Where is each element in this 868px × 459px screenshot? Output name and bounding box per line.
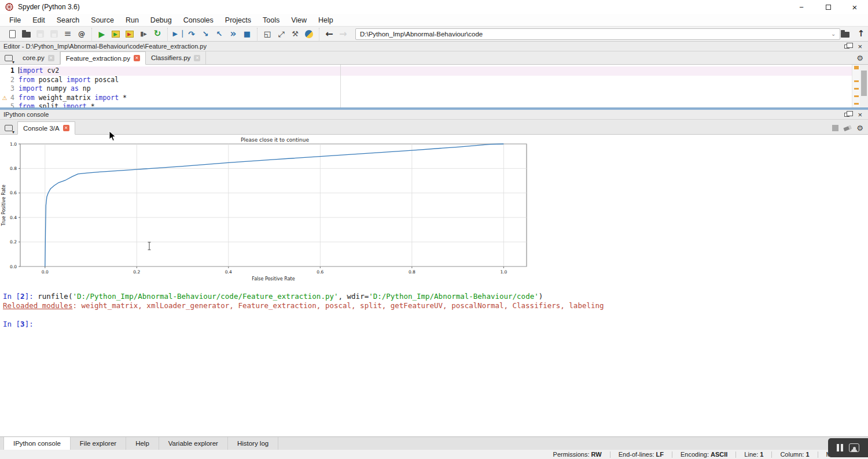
rerun-cell-button[interactable]: ↻: [150, 28, 164, 40]
save-all-icon: [50, 30, 58, 38]
plugin-tab-history-log[interactable]: History log: [228, 437, 278, 450]
plugin-tab-bar: IPython consoleFile explorerHelpVariable…: [0, 436, 868, 450]
save-icon: [36, 30, 44, 38]
menu-search[interactable]: Search: [51, 15, 86, 25]
menu-run[interactable]: Run: [120, 15, 145, 25]
run-cell-advance-button[interactable]: [123, 28, 137, 40]
working-directory-input[interactable]: [355, 28, 840, 40]
maximize-button[interactable]: [815, 0, 841, 14]
step-return-icon: ↖: [216, 30, 223, 38]
status-separator: [672, 451, 672, 458]
svg-text:0.0: 0.0: [10, 264, 17, 269]
save-all-button[interactable]: [47, 28, 61, 40]
maximize-pane-button[interactable]: ◱: [260, 28, 274, 40]
step-over-button[interactable]: ↷: [185, 28, 198, 40]
code-line: ⚠4from weight_matrix import *: [0, 94, 852, 103]
close-pane-icon[interactable]: ×: [858, 111, 862, 119]
browse-tabs-icon[interactable]: [5, 125, 13, 131]
menu-help[interactable]: Help: [312, 15, 339, 25]
status-encoding: Encoding: ASCII: [681, 451, 727, 458]
save-button[interactable]: [33, 28, 47, 40]
menu-file[interactable]: File: [3, 15, 27, 25]
svg-text:1.0: 1.0: [500, 269, 507, 275]
line-number: 4: [9, 94, 19, 103]
step-into-button[interactable]: ↘: [198, 28, 212, 40]
tab-label: Classifiers.py: [151, 54, 190, 61]
code-line: 2from poscal import poscal: [0, 76, 852, 85]
status-line: Line: 1: [744, 451, 763, 458]
continue-execution-button[interactable]: »: [226, 28, 240, 40]
menu-tools[interactable]: Tools: [257, 15, 285, 25]
preferences-icon: ⚒: [292, 30, 299, 38]
pause-recording-icon[interactable]: [837, 444, 843, 451]
warning-flag: [854, 95, 859, 97]
minimize-icon: −: [799, 3, 804, 12]
editor-tab-core.py[interactable]: core.py×: [17, 51, 60, 64]
back-button[interactable]: ←: [322, 28, 336, 40]
menu-consoles[interactable]: Consoles: [178, 15, 219, 25]
step-return-button[interactable]: ↖: [212, 28, 226, 40]
plugin-tab-ipython-console[interactable]: IPython console: [3, 437, 71, 450]
code-editor[interactable]: 1import cv22from poscal import poscal3im…: [0, 65, 868, 108]
menu-debug[interactable]: Debug: [145, 15, 178, 25]
editor-tab-bar: core.py×Feature_extraction.py×Classifier…: [0, 51, 868, 65]
preferences-button[interactable]: ⚒: [288, 28, 302, 40]
menu-projects[interactable]: Projects: [219, 15, 257, 25]
step-over-icon: ↷: [188, 30, 195, 38]
svg-text:0.2: 0.2: [133, 269, 140, 275]
parent-dir-button[interactable]: ↑: [854, 28, 868, 40]
open-dir-button[interactable]: [838, 28, 852, 40]
screen-recorder-overlay: [828, 438, 868, 457]
editor-scrollbar[interactable]: [860, 65, 868, 108]
menu-view[interactable]: View: [285, 15, 312, 25]
plugin-tab-file-explorer[interactable]: File explorer: [71, 437, 126, 450]
new-file-button[interactable]: [5, 28, 19, 40]
status-permissions: Permissions: RW: [553, 451, 602, 458]
close-tab-icon[interactable]: ×: [194, 55, 200, 61]
minimize-button[interactable]: −: [788, 0, 815, 14]
console-output-area[interactable]: ROC of KNN AUC: 0.8656896851393444 Pleas…: [0, 135, 868, 436]
undock-pane-icon[interactable]: [844, 113, 849, 117]
editor-options-gear-icon[interactable]: ⚙: [856, 54, 863, 62]
remove-variables-icon[interactable]: [844, 125, 852, 131]
interrupt-kernel-icon[interactable]: [832, 125, 838, 131]
open-file-button[interactable]: [19, 28, 33, 40]
run-cell-button[interactable]: [109, 28, 123, 40]
roc-plot: ROC of KNN AUC: 0.8656896851393444 Pleas…: [0, 135, 550, 284]
file-switcher-button[interactable]: ≡: [61, 28, 75, 40]
console-tab[interactable]: Console 3/A ×: [17, 121, 75, 135]
svg-text:0.2: 0.2: [10, 239, 17, 245]
line-number: 5: [9, 102, 19, 108]
console-options-gear-icon[interactable]: ⚙: [856, 124, 863, 132]
debug-stop-button[interactable]: ■: [240, 28, 254, 40]
editor-tab-Classifiers.py[interactable]: Classifiers.py×: [146, 51, 206, 64]
undock-pane-icon[interactable]: [844, 45, 849, 49]
editor-tab-Feature_extraction.py[interactable]: Feature_extraction.py×: [60, 51, 146, 65]
status-separator: [771, 451, 772, 458]
close-pane-icon[interactable]: ×: [858, 43, 862, 50]
debug-file-button[interactable]: ▶▕: [171, 28, 185, 40]
console-line: In [3]:: [3, 320, 604, 329]
close-tab-icon[interactable]: ×: [48, 55, 54, 61]
forward-button[interactable]: →: [336, 28, 350, 40]
close-tab-icon[interactable]: ×: [134, 55, 140, 61]
symbol-finder-button[interactable]: @: [75, 28, 89, 40]
run-selection-button[interactable]: ▮▸: [137, 28, 150, 40]
column-edge-line: [340, 65, 341, 108]
webcam-icon[interactable]: [849, 443, 859, 452]
menu-source[interactable]: Source: [85, 15, 120, 25]
close-tab-icon[interactable]: ×: [63, 125, 69, 131]
menu-edit[interactable]: Edit: [27, 15, 51, 25]
browse-tabs-icon[interactable]: [5, 55, 13, 61]
maximize-icon: [826, 5, 831, 10]
plugin-tab-variable-explorer[interactable]: Variable explorer: [159, 437, 228, 450]
line-number: 2: [9, 76, 19, 85]
svg-text:True Positive Rate: True Positive Rate: [1, 184, 6, 226]
python-env-button[interactable]: [302, 28, 316, 40]
close-button[interactable]: ×: [841, 0, 868, 14]
fullscreen-button[interactable]: ⤢: [274, 28, 288, 40]
plugin-tab-help[interactable]: Help: [126, 437, 159, 450]
symbol-finder-icon: @: [78, 31, 85, 38]
editor-scrollbar-thumb[interactable]: [861, 71, 867, 96]
run-button[interactable]: ▶: [95, 28, 109, 40]
